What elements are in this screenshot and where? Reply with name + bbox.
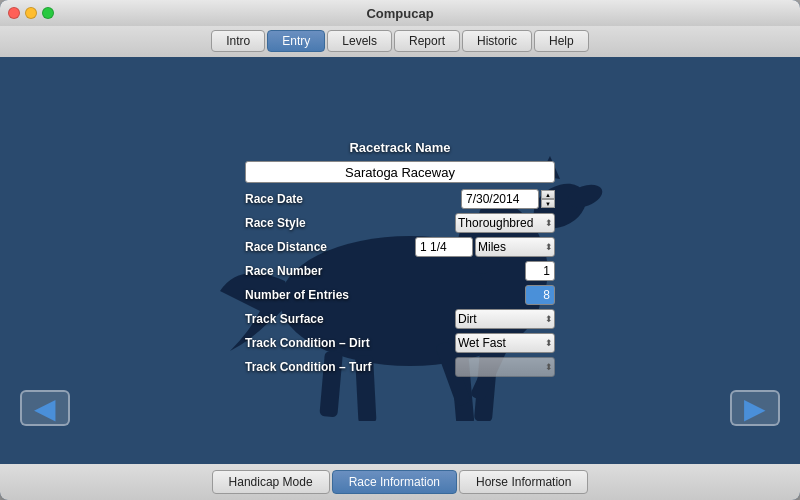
maximize-button[interactable]: [42, 7, 54, 19]
navbar: Intro Entry Levels Report Historic Help: [0, 26, 800, 57]
track-cond-turf-wrapper: ⬍: [455, 357, 555, 377]
track-cond-dirt-control: Wet Fast Fast Good Muddy Sloppy ⬍: [455, 333, 555, 353]
arrow-left-icon: ◀: [34, 392, 56, 425]
tab-historic[interactable]: Historic: [462, 30, 532, 52]
track-cond-turf-row: Track Condition – Turf ⬍: [245, 357, 555, 377]
window-title: Compucap: [366, 6, 433, 21]
race-number-label: Race Number: [245, 264, 525, 278]
prev-button[interactable]: ◀: [20, 390, 70, 426]
track-surface-wrapper: Dirt Turf Synthetic ⬍: [455, 309, 555, 329]
form-container: Racetrack Name Race Date ▲ ▼ Race S: [245, 140, 555, 381]
race-style-row: Race Style Thoroughbred Quarter Horse Ha…: [245, 213, 555, 233]
race-date-row: Race Date ▲ ▼: [245, 189, 555, 209]
race-date-label: Race Date: [245, 192, 461, 206]
track-cond-dirt-label: Track Condition – Dirt: [245, 336, 455, 350]
tab-intro[interactable]: Intro: [211, 30, 265, 52]
main-content: Racetrack Name Race Date ▲ ▼ Race S: [0, 57, 800, 464]
race-distance-fraction-input[interactable]: [415, 237, 473, 257]
race-date-input[interactable]: [461, 189, 539, 209]
num-entries-input[interactable]: [525, 285, 555, 305]
tab-race-information[interactable]: Race Information: [332, 470, 457, 494]
track-surface-control: Dirt Turf Synthetic ⬍: [455, 309, 555, 329]
race-style-control: Thoroughbred Quarter Horse Harness ⬍: [455, 213, 555, 233]
race-style-select[interactable]: Thoroughbred Quarter Horse Harness: [455, 213, 555, 233]
track-surface-select[interactable]: Dirt Turf Synthetic: [455, 309, 555, 329]
track-cond-dirt-wrapper: Wet Fast Fast Good Muddy Sloppy ⬍: [455, 333, 555, 353]
tab-help[interactable]: Help: [534, 30, 589, 52]
nav-arrows: ◀ ▶: [0, 390, 800, 426]
race-number-input[interactable]: [525, 261, 555, 281]
next-button[interactable]: ▶: [730, 390, 780, 426]
race-distance-control: Miles Furlongs Yards ⬍: [415, 237, 555, 257]
racetrack-input[interactable]: [245, 161, 555, 183]
tab-handicap-mode[interactable]: Handicap Mode: [212, 470, 330, 494]
track-cond-dirt-select[interactable]: Wet Fast Fast Good Muddy Sloppy: [455, 333, 555, 353]
race-distance-label: Race Distance: [245, 240, 415, 254]
track-surface-label: Track Surface: [245, 312, 455, 326]
date-spinner: ▲ ▼: [541, 189, 555, 209]
race-distance-unit-select[interactable]: Miles Furlongs Yards: [475, 237, 555, 257]
bottom-tabbar: Handicap Mode Race Information Horse Inf…: [0, 464, 800, 500]
race-distance-unit-wrapper: Miles Furlongs Yards ⬍: [475, 237, 555, 257]
minimize-button[interactable]: [25, 7, 37, 19]
date-up-button[interactable]: ▲: [541, 190, 555, 199]
close-button[interactable]: [8, 7, 20, 19]
num-entries-row: Number of Entries: [245, 285, 555, 305]
tab-entry[interactable]: Entry: [267, 30, 325, 52]
track-cond-turf-control: ⬍: [455, 357, 555, 377]
track-cond-dirt-row: Track Condition – Dirt Wet Fast Fast Goo…: [245, 333, 555, 353]
arrow-right-icon: ▶: [744, 392, 766, 425]
race-style-label: Race Style: [245, 216, 455, 230]
track-cond-turf-select[interactable]: [455, 357, 555, 377]
tab-report[interactable]: Report: [394, 30, 460, 52]
tab-levels[interactable]: Levels: [327, 30, 392, 52]
tab-horse-information[interactable]: Horse Information: [459, 470, 588, 494]
race-style-wrapper: Thoroughbred Quarter Horse Harness ⬍: [455, 213, 555, 233]
track-surface-row: Track Surface Dirt Turf Synthetic ⬍: [245, 309, 555, 329]
race-date-control: ▲ ▼: [461, 189, 555, 209]
race-number-row: Race Number: [245, 261, 555, 281]
traffic-lights: [8, 7, 54, 19]
date-down-button[interactable]: ▼: [541, 199, 555, 208]
num-entries-label: Number of Entries: [245, 288, 525, 302]
num-entries-control: [525, 285, 555, 305]
racetrack-label: Racetrack Name: [245, 140, 555, 155]
app-window: Compucap Intro Entry Levels Report Histo…: [0, 0, 800, 500]
track-cond-turf-label: Track Condition – Turf: [245, 360, 455, 374]
race-distance-row: Race Distance Miles Furlongs Yards ⬍: [245, 237, 555, 257]
titlebar: Compucap: [0, 0, 800, 26]
race-number-control: [525, 261, 555, 281]
